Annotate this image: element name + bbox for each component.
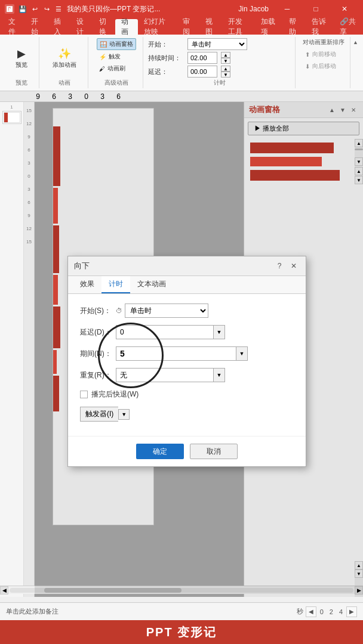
dialog-start-label: 开始(S)： bbox=[80, 306, 116, 316]
duration-down-btn[interactable]: ▼ bbox=[221, 58, 230, 64]
page-nav-left-btn[interactable]: ◀ bbox=[306, 606, 316, 617]
dialog-rewind-label: 播完后快退(W) bbox=[91, 389, 139, 400]
start-icon: ⏱ bbox=[116, 307, 122, 314]
timing-group-label: 计时 bbox=[214, 78, 226, 87]
tab-share[interactable]: 🔗共享 bbox=[334, 19, 363, 35]
tab-tellme[interactable]: 告诉我 bbox=[306, 19, 334, 35]
tab-file[interactable]: 文件 bbox=[2, 19, 25, 35]
vr-3b: 3 bbox=[26, 187, 32, 200]
dialog-period-input[interactable] bbox=[116, 346, 236, 361]
trigger-icon: ⚡ bbox=[99, 54, 106, 60]
tab-animation[interactable]: 动画 bbox=[115, 19, 138, 35]
animation-items: ✨ 添加动画 bbox=[50, 38, 79, 78]
tab-home[interactable]: 开始 bbox=[25, 19, 48, 35]
quick-access: 💾 ↩ ↪ ☰ bbox=[18, 4, 63, 14]
tab-review[interactable]: 审阅 bbox=[177, 19, 199, 35]
dialog-tab-timing[interactable]: 计时 bbox=[101, 276, 130, 293]
dialog-close-btn[interactable]: ✕ bbox=[288, 260, 300, 272]
dialog-tab-textanim[interactable]: 文本动画 bbox=[130, 276, 173, 293]
ribbon-group-reorder: 对动画重新排序 ⬆ 向前移动 ⬇ 向后移动 bbox=[297, 37, 350, 88]
user-name: Jin Jacob bbox=[238, 5, 269, 13]
dialog-ok-btn[interactable]: 确定 bbox=[136, 444, 184, 459]
dialog-trigger-wrapper: 触发器(I) ▼ bbox=[80, 407, 294, 422]
trigger-btn-arrow[interactable]: ▼ bbox=[118, 409, 130, 420]
dialog-trigger-btn[interactable]: 触发器(I) ▼ bbox=[80, 407, 294, 422]
dialog-help-btn[interactable]: ? bbox=[273, 260, 285, 272]
slide-thumb[interactable] bbox=[2, 111, 21, 124]
vr-15b: 15 bbox=[26, 239, 32, 252]
tab-help[interactable]: 帮助 bbox=[283, 19, 306, 35]
delay-up-btn[interactable]: ▲ bbox=[221, 66, 230, 72]
canvas-area[interactable]: 动画窗格 ▲ ▼ ✕ ▶ 播放全部 ▲ ▼ bbox=[35, 102, 363, 597]
repeat-combo-btn[interactable]: ▼ bbox=[213, 368, 225, 382]
page-num-2: 2 bbox=[327, 608, 336, 615]
add-animation-btn[interactable]: ✨ 添加动画 bbox=[50, 45, 79, 70]
tab-transition[interactable]: 切换 bbox=[93, 19, 116, 35]
page-num-0: 0 bbox=[318, 608, 326, 615]
anim-panel-btn[interactable]: 🪟 动画窗格 bbox=[97, 38, 136, 50]
move-next-label: 向后移动 bbox=[312, 62, 336, 70]
dialog-tab-effect[interactable]: 效果 bbox=[73, 276, 101, 293]
vr-6: 6 bbox=[26, 147, 32, 160]
maximize-btn[interactable]: □ bbox=[302, 0, 330, 18]
redo-btn[interactable]: ↪ bbox=[42, 4, 51, 14]
footer-brand: PPT 变形记 bbox=[0, 620, 363, 644]
dialog-repeat-input[interactable] bbox=[116, 368, 213, 382]
window-controls: ─ □ ✕ bbox=[273, 0, 358, 18]
delay-down-btn[interactable]: ▼ bbox=[221, 72, 230, 78]
advanced-group-label: 高级动画 bbox=[104, 78, 128, 87]
advanced-items: 🪟 动画窗格 ⚡ 触发 🖌 动画刷 bbox=[97, 38, 136, 78]
footer-brand-text: PPT 变形记 bbox=[146, 624, 217, 640]
tab-view[interactable]: 视图 bbox=[199, 19, 222, 35]
duration-label: 持续时间： bbox=[148, 54, 184, 63]
add-anim-icon: ✨ bbox=[57, 47, 72, 61]
vr-9: 9 bbox=[26, 134, 32, 147]
start-row: 开始： 单击时 bbox=[148, 38, 247, 50]
vr-15: 15 bbox=[26, 108, 32, 121]
dialog-rewind-checkbox[interactable] bbox=[80, 391, 88, 398]
move-prev-btn[interactable]: ⬆ 向前移动 bbox=[303, 49, 339, 60]
ruler-num-5: 6 bbox=[110, 92, 127, 101]
move-prev-icon: ⬆ bbox=[305, 51, 310, 58]
duration-input[interactable] bbox=[187, 52, 217, 64]
preview-btn[interactable]: ▶ 预览 bbox=[11, 45, 32, 70]
delay-combo-btn[interactable]: ▼ bbox=[213, 325, 225, 339]
ruler-num-4: 3 bbox=[94, 92, 110, 101]
dialog-start-select[interactable]: 单击时 bbox=[125, 304, 208, 318]
duration-up-btn[interactable]: ▲ bbox=[221, 52, 230, 58]
tab-dev[interactable]: 开发工具 bbox=[222, 19, 256, 35]
period-combo-btn[interactable]: ▼ bbox=[236, 346, 248, 361]
h-scroll-left-btn[interactable]: ◀ bbox=[0, 586, 8, 595]
dialog-overlay: 向下 ? ✕ 效果 计时 文本动画 开始(S)： bbox=[35, 102, 363, 597]
tab-insert[interactable]: 插入 bbox=[48, 19, 70, 35]
ribbon-content: ▶ 预览 预览 ✨ 添加动画 动画 🪟 动画窗格 ⚡ 触发 � bbox=[0, 35, 363, 91]
delay-label: 延迟： bbox=[148, 67, 184, 76]
dialog-cancel-btn[interactable]: 取消 bbox=[190, 444, 238, 459]
delay-input[interactable] bbox=[187, 66, 217, 78]
dialog-repeat-label: 重复(R)： bbox=[80, 370, 116, 380]
bottom-note: 单击此处添加备注 bbox=[6, 607, 59, 616]
period-combo: ▼ bbox=[116, 346, 248, 361]
v-ruler: 15 12 9 6 3 0 3 6 9 12 15 bbox=[24, 102, 35, 597]
tab-addins[interactable]: 加载项 bbox=[255, 19, 283, 35]
trigger-btn[interactable]: ⚡ 触发 bbox=[97, 51, 123, 62]
customize-btn[interactable]: ☰ bbox=[54, 4, 63, 14]
tab-slideshow[interactable]: 幻灯片放映 bbox=[138, 19, 177, 35]
dialog-delay-input[interactable] bbox=[116, 325, 213, 339]
move-next-btn[interactable]: ⬇ 向后移动 bbox=[303, 61, 339, 72]
dialog-delay-row: 延迟(D)： ▼ bbox=[80, 325, 294, 339]
tab-design[interactable]: 设计 bbox=[70, 19, 93, 35]
start-select[interactable]: 单击时 bbox=[187, 38, 247, 50]
undo-btn[interactable]: ↩ bbox=[30, 4, 39, 14]
dialog-period-label: 期间(N)： bbox=[80, 349, 116, 359]
page-nav-right-btn[interactable]: ▶ bbox=[346, 606, 357, 617]
close-btn[interactable]: ✕ bbox=[331, 0, 358, 18]
preview-group-label: 预览 bbox=[16, 78, 27, 87]
anim-brush-btn[interactable]: 🖌 动画刷 bbox=[97, 63, 128, 74]
collapse-ribbon-btn[interactable]: ▲ bbox=[352, 38, 359, 47]
reorder-label: 对动画重新排序 bbox=[303, 38, 344, 47]
bottom-right: 秒 ◀ 0 2 4 ▶ bbox=[297, 606, 357, 617]
save-btn[interactable]: 💾 bbox=[18, 4, 27, 14]
minimize-btn[interactable]: ─ bbox=[273, 0, 301, 18]
preview-items: ▶ 预览 bbox=[11, 38, 32, 78]
